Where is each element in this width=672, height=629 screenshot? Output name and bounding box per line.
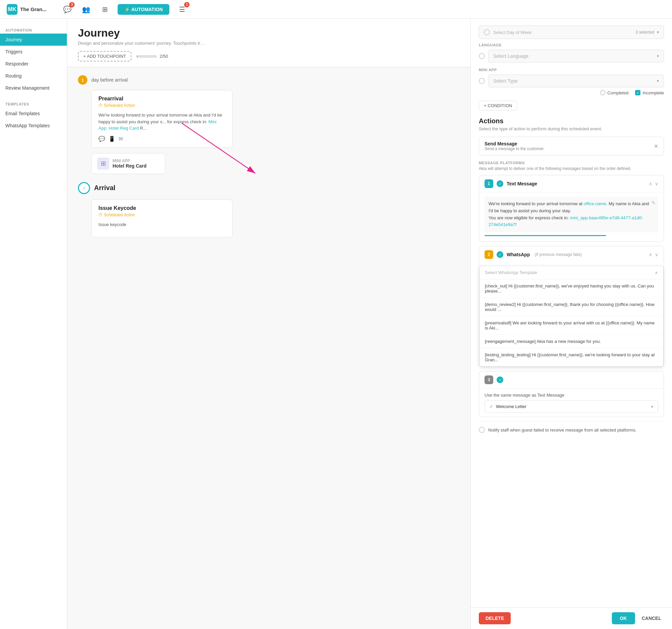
whatsapp-template-dropdown[interactable]: Select WhatsApp Template ∧ [check_out] H…: [479, 266, 664, 367]
chevron-down-icon: ▾: [657, 30, 659, 34]
platform3-num: 3: [484, 375, 493, 384]
progress-bar: [137, 55, 157, 58]
platform2-expand-icon[interactable]: ∨: [655, 252, 658, 257]
mini-app-link[interactable]: Mini App: Hotel Reg Card: [98, 119, 216, 131]
add-touchpoint-button[interactable]: + ADD TOUCHPOINT: [78, 51, 131, 61]
sidebar-item-responder[interactable]: Responder: [0, 58, 67, 70]
journey-subtitle: Design and personalize your customers' j…: [78, 41, 206, 46]
automation-nav-btn[interactable]: ⚡ AUTOMATION: [118, 4, 169, 15]
app-container: AUTOMATION Journey Triggers Responder Ro…: [0, 19, 672, 629]
mini-app-filter-label: MINI APP: [479, 68, 664, 72]
right-panel: Select Day of Week 0 selected ▾ LANGUAGE…: [471, 19, 672, 629]
language-select[interactable]: Select Language ▾: [488, 50, 664, 62]
platform1-num: 1: [484, 179, 493, 188]
platform1-actions: ∧ ∨: [649, 181, 658, 186]
notify-text: Notify staff when guest failed to receiv…: [488, 428, 637, 432]
topnav: MK The Gran... 💬 3 👥 ⊞ ⚡ AUTOMATION ☰ 1: [0, 0, 672, 19]
welcome-check-icon: ✓: [489, 404, 493, 409]
incomplete-check[interactable]: ✓: [635, 90, 641, 95]
platform1-expand-icon[interactable]: ∨: [655, 181, 658, 186]
sidebar-item-routing[interactable]: Routing: [0, 70, 67, 82]
day-text: day before arrival: [91, 77, 128, 83]
day-count: 0 selected ▾: [636, 30, 659, 34]
keycode-body: Issue keycode: [98, 221, 225, 228]
language-label: LANGUAGE: [479, 43, 664, 47]
main-content: Journey Design and personalize your cust…: [67, 19, 471, 629]
sidebar-item-email[interactable]: Email Templates: [0, 107, 67, 120]
sidebar-item-review[interactable]: Review Management: [0, 82, 67, 94]
mini-app-checkbox[interactable]: [479, 78, 485, 84]
messages-badge: 3: [69, 2, 75, 7]
welcome-letter-row[interactable]: ✓ Welcome Letter ▾: [484, 400, 658, 413]
completed-radio[interactable]: [600, 90, 605, 95]
sidebar: AUTOMATION Journey Triggers Responder Ro…: [0, 19, 67, 629]
mini-app-placeholder: Select Type: [493, 78, 518, 84]
platform1-collapse-icon[interactable]: ∧: [649, 181, 652, 186]
whatsapp-option-4[interactable]: [reengagement_message] Akia has a new me…: [479, 335, 663, 348]
day-checkbox[interactable]: [484, 29, 490, 35]
settings-icon[interactable]: ☰ 1: [176, 3, 188, 16]
prearrival-card[interactable]: Prearrival ⏱ Scheduled Action We're look…: [91, 90, 233, 148]
messages-icon[interactable]: 💬 3: [61, 3, 73, 16]
whatsapp-option-1[interactable]: [check_out] Hi {{customer.first_name}}, …: [479, 279, 663, 298]
nav-icons: 💬 3 👥 ⊞ ⚡ AUTOMATION ☰ 1: [61, 3, 188, 16]
platform-text-message: 1 ✓ Text Message ∧ ∨ We're looking forwa…: [479, 175, 664, 242]
sidebar-item-triggers[interactable]: Triggers: [0, 46, 67, 58]
people-icon[interactable]: 👥: [80, 3, 92, 16]
send-message-close-button[interactable]: ✕: [654, 143, 658, 149]
notify-checkbox[interactable]: [479, 427, 485, 433]
same-msg-label: Use the same message as Text Message: [484, 393, 658, 398]
platform1-header[interactable]: 1 ✓ Text Message ∧ ∨: [479, 175, 664, 192]
welcome-letter-label: Welcome Letter: [496, 404, 527, 409]
whatsapp-dropdown-header[interactable]: Select WhatsApp Template ∧: [479, 266, 663, 279]
mini-app-info: MINI APP Hotel Reg Card: [113, 158, 146, 169]
platform2-collapse-icon[interactable]: ∧: [649, 252, 652, 257]
whatsapp-option-2[interactable]: [demo_review2] Hi {{customer.first_name}…: [479, 298, 663, 316]
cancel-button[interactable]: CANCEL: [639, 612, 664, 624]
sidebar-item-journey[interactable]: Journey: [0, 33, 67, 46]
footer-right: OK CANCEL: [612, 612, 664, 624]
progress-fill: [137, 55, 138, 58]
card-icons: 💬 📱 ✉: [98, 136, 225, 142]
grid-icon[interactable]: ⊞: [99, 3, 111, 16]
sidebar-item-whatsapp[interactable]: WhatsApp Templates: [0, 120, 67, 132]
logo[interactable]: MK The Gran...: [7, 4, 46, 15]
platform-whatsapp: 2 ✓ WhatsApp (If previous message fails)…: [479, 246, 664, 367]
journey-toolbar: + ADD TOUCHPOINT 2/50: [78, 51, 460, 61]
mini-app-name: Hotel Reg Card: [113, 163, 146, 169]
msg-platforms-desc: Akia will attempt to deliver one of the …: [479, 166, 664, 171]
add-condition-button[interactable]: + CONDITION: [479, 101, 517, 110]
platform3-header[interactable]: 3 ✓: [479, 372, 664, 388]
platform1-check-icon: ✓: [497, 180, 503, 187]
sidebar-automation-label: AUTOMATION: [0, 26, 67, 33]
arrival-label: Arrival: [94, 184, 115, 192]
send-message-title: Send Message: [484, 141, 545, 146]
msg-platforms-label: MESSAGE PLATFORMS: [479, 161, 664, 165]
platform2-num: 2: [484, 250, 493, 259]
language-checkbox[interactable]: [479, 53, 485, 59]
platform2-header[interactable]: 2 ✓ WhatsApp (If previous message fails)…: [479, 246, 664, 263]
edit-icon[interactable]: ✎: [651, 199, 655, 206]
keycode-card[interactable]: Issue Keycode ⏱ Scheduled Action Issue k…: [91, 200, 233, 238]
completed-label: Completed: [607, 90, 629, 95]
right-panel-footer: DELETE OK CANCEL: [471, 607, 672, 629]
platform3-body: Use the same message as Text Message ✓ W…: [479, 388, 664, 417]
journey-header: Journey Design and personalize your cust…: [67, 19, 471, 67]
day-of-week-select[interactable]: Select Day of Week 0 selected ▾: [479, 26, 664, 39]
mini-app-badge[interactable]: ⊞ MINI APP Hotel Reg Card: [91, 153, 165, 174]
completed-option[interactable]: Completed: [600, 90, 629, 95]
actions-title: Actions: [479, 117, 664, 125]
send-message-info: Send Message Send a message to the custo…: [484, 141, 545, 151]
mini-app-select[interactable]: Select Type ▾: [488, 75, 664, 87]
delete-button[interactable]: DELETE: [479, 612, 511, 624]
whatsapp-option-5[interactable]: [testing_testing_testing] Hi {{customer.…: [479, 348, 663, 367]
whatsapp-option-3[interactable]: [prearrivalsdf] We are looking forward t…: [479, 316, 663, 335]
whatsapp-icon: 📱: [109, 136, 115, 142]
office-name-link[interactable]: office.name: [584, 201, 606, 206]
day-placeholder: Select Day of Week: [493, 30, 532, 35]
incomplete-option[interactable]: ✓ Incomplete: [635, 90, 664, 95]
language-row: Select Language ▾: [479, 50, 664, 62]
arrival-section: ○ Arrival: [78, 182, 460, 194]
ok-button[interactable]: OK: [612, 612, 635, 624]
keycode-subtitle: ⏱ Scheduled Action: [98, 212, 225, 217]
